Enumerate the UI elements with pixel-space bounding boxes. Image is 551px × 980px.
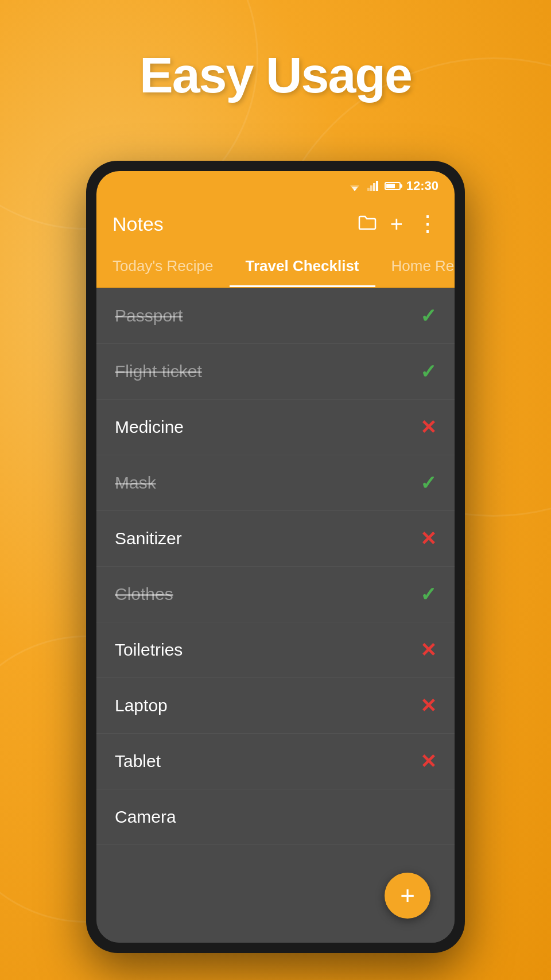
list-item[interactable]: Toiletries ✕ [96,622,455,678]
header-actions: + ⋮ [358,213,439,235]
app-title: Notes [112,213,358,235]
list-item[interactable]: Clothes ✓ [96,567,455,622]
signal-icon [367,181,379,191]
cross-icon-toiletries: ✕ [420,638,436,661]
battery-icon [385,182,401,190]
list-item[interactable]: Tablet ✕ [96,734,455,789]
phone-screen: 12:30 Notes + ⋮ Today's Recipe Trav [96,171,455,943]
cross-icon-sanitizer: ✕ [420,527,436,550]
item-label-clothes: Clothes [115,584,420,604]
more-menu-button[interactable]: ⋮ [417,213,439,235]
item-label-flight: Flight ticket [115,362,420,381]
folder-button[interactable] [358,214,377,234]
item-label-tablet: Tablet [115,752,420,771]
item-label-sanitizer: Sanitizer [115,529,420,548]
tab-home-reno[interactable]: Home Reno [375,247,455,287]
list-item[interactable]: Sanitizer ✕ [96,511,455,567]
check-icon-passport: ✓ [420,304,436,327]
list-item[interactable]: Medicine ✕ [96,400,455,455]
status-bar: 12:30 [96,171,455,201]
tab-travel-checklist[interactable]: Travel Checklist [230,247,375,287]
add-note-button[interactable]: + [390,213,403,235]
item-label-mask: Mask [115,473,420,493]
svg-rect-5 [373,183,375,191]
phone-frame: 12:30 Notes + ⋮ Today's Recipe Trav [86,161,465,953]
item-label-passport: Passport [115,306,420,326]
status-icons: 12:30 [348,179,439,193]
item-label-toiletries: Toiletries [115,640,420,660]
list-item[interactable]: Passport ✓ [96,288,455,344]
list-item[interactable]: Laptop ✕ [96,678,455,734]
item-label-laptop: Laptop [115,696,420,715]
tab-today-recipe[interactable]: Today's Recipe [96,247,230,287]
svg-rect-3 [367,188,370,191]
svg-rect-4 [370,185,372,191]
fab-add-button[interactable]: + [385,873,430,919]
svg-rect-6 [376,181,378,191]
list-item[interactable]: Camera [96,789,455,845]
checklist-content: Passport ✓ Flight ticket ✓ Medicine ✕ Ma… [96,288,455,943]
cross-icon-tablet: ✕ [420,750,436,773]
item-label-camera: Camera [115,807,436,827]
status-time: 12:30 [406,179,439,193]
cross-icon-laptop: ✕ [420,694,436,717]
wifi-icon [348,181,362,191]
list-item[interactable]: Flight ticket ✓ [96,344,455,400]
check-icon-clothes: ✓ [420,583,436,606]
cross-icon-medicine: ✕ [420,416,436,439]
screen-body: Passport ✓ Flight ticket ✓ Medicine ✕ Ma… [96,288,455,943]
check-icon-flight: ✓ [420,360,436,383]
app-header: Notes + ⋮ [96,201,455,247]
tabs-bar: Today's Recipe Travel Checklist Home Ren… [96,247,455,288]
check-icon-mask: ✓ [420,471,436,494]
item-label-medicine: Medicine [115,417,420,437]
page-headline: Easy Usage [0,46,551,104]
list-item[interactable]: Mask ✓ [96,455,455,511]
